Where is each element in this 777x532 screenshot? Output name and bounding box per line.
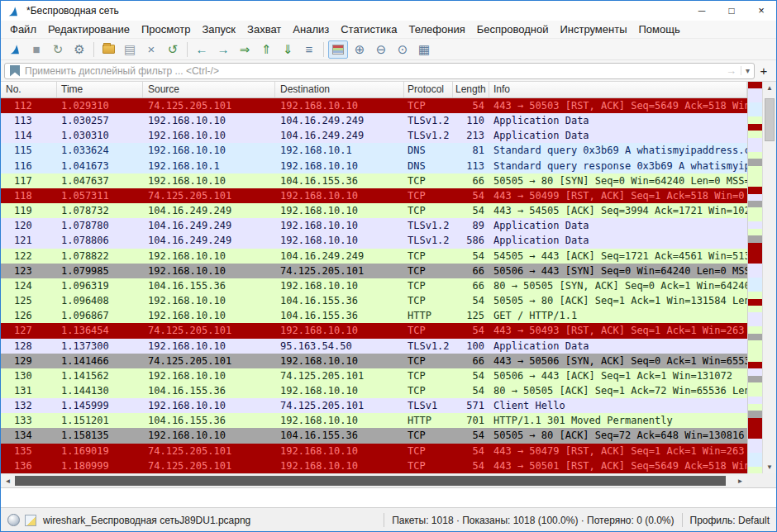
column-header-source[interactable]: Source (143, 82, 275, 97)
start-capture-icon[interactable] (5, 40, 25, 59)
go-to-packet-icon[interactable]: ⇒ (235, 40, 255, 59)
column-header-destination[interactable]: Destination (275, 82, 404, 97)
packet-row[interactable]: 1141.030310192.168.10.10104.16.249.249TL… (1, 128, 747, 143)
cell-length: 66 (453, 278, 489, 293)
go-last-icon[interactable]: ⇓ (278, 40, 298, 59)
filter-add-button[interactable]: + (755, 64, 773, 78)
packet-row[interactable]: 1291.14146674.125.205.101192.168.10.10TC… (1, 354, 747, 368)
packet-minimap[interactable] (747, 82, 762, 473)
vertical-scroll-thumb[interactable] (765, 98, 775, 141)
menu-tools[interactable]: Инструменты (554, 21, 632, 39)
go-forward-icon[interactable]: → (213, 40, 233, 59)
display-filter-input[interactable] (25, 65, 722, 77)
column-header-time[interactable]: Time (57, 82, 143, 97)
cell-source: 104.16.155.36 (143, 383, 275, 398)
packet-row[interactable]: 1171.047637192.168.10.10104.16.155.36TCP… (1, 173, 747, 188)
menu-statistics[interactable]: Статистика (335, 21, 403, 39)
horizontal-scroll-track[interactable] (15, 474, 733, 487)
packet-row[interactable]: 1331.151201104.16.155.36192.168.10.10HTT… (1, 413, 747, 428)
filter-bookmark-icon[interactable] (10, 65, 20, 77)
menu-file[interactable]: Файл (4, 21, 42, 39)
packet-row[interactable]: 1121.02931074.125.205.101192.168.10.10TC… (1, 98, 747, 113)
zoom-in-icon[interactable]: ⊕ (350, 40, 369, 59)
menu-view[interactable]: Просмотр (136, 21, 196, 39)
column-header-length[interactable]: Length (453, 82, 489, 97)
zoom-out-icon[interactable]: ⊖ (371, 40, 391, 59)
restart-capture-icon[interactable]: ↻ (48, 40, 68, 59)
filter-apply-icon[interactable]: → (726, 64, 736, 77)
cell-protocol: TCP (404, 383, 453, 398)
packet-row[interactable]: 1231.079985192.168.10.1074.125.205.101TC… (1, 264, 747, 278)
cell-destination: 192.168.10.10 (275, 203, 404, 218)
cell-no: 132 (1, 398, 57, 413)
open-file-icon[interactable] (98, 40, 118, 59)
cell-no: 125 (1, 293, 57, 308)
packet-row[interactable]: 1271.13645474.125.205.101192.168.10.10TC… (1, 323, 747, 338)
scroll-down-button[interactable]: ▼ (763, 461, 776, 473)
column-header-info[interactable]: Info (489, 82, 747, 97)
vertical-scrollbar[interactable]: ▲ ▼ (762, 82, 776, 473)
capture-comment-icon[interactable] (25, 515, 36, 526)
packet-row[interactable]: 1221.078822192.168.10.10104.16.249.249TC… (1, 249, 747, 264)
display-filter-box[interactable]: → ▾ (4, 63, 755, 79)
column-header-protocol[interactable]: Protocol (404, 82, 453, 97)
reload-file-icon[interactable]: ↺ (163, 40, 183, 59)
go-back-icon[interactable]: ← (192, 40, 212, 59)
vertical-scroll-track[interactable] (763, 94, 776, 461)
scroll-right-button[interactable]: ► (733, 477, 747, 485)
cell-source: 74.125.205.101 (143, 354, 275, 368)
packet-row[interactable]: 1321.145999192.168.10.1074.125.205.101TL… (1, 398, 747, 413)
packet-row[interactable]: 1281.137300192.168.10.1095.163.54.50TLSv… (1, 339, 747, 354)
stop-capture-icon[interactable]: ■ (26, 40, 46, 59)
cell-no: 113 (1, 113, 57, 128)
menu-analyze[interactable]: Анализ (287, 21, 335, 39)
profile-label[interactable]: Профиль: Default (690, 515, 770, 526)
packet-row[interactable]: 1201.078780104.16.249.249192.168.10.10TL… (1, 218, 747, 233)
cell-length: 110 (453, 113, 489, 128)
expert-info-icon[interactable] (7, 514, 20, 526)
packet-row[interactable]: 1151.033624192.168.10.10192.168.10.1DNS8… (1, 143, 747, 158)
column-header-no[interactable]: No. (1, 82, 57, 97)
cell-time: 1.078806 (57, 233, 143, 248)
packet-row[interactable]: 1311.144130104.16.155.36192.168.10.10TCP… (1, 383, 747, 398)
capture-options-icon[interactable]: ⚙ (69, 40, 89, 59)
packet-row[interactable]: 1131.030257192.168.10.10104.16.249.249TL… (1, 113, 747, 128)
zoom-normal-icon[interactable]: ⊙ (393, 40, 412, 59)
packet-row[interactable]: 1341.158135192.168.10.10104.16.155.36TCP… (1, 428, 747, 443)
save-file-icon[interactable]: ▤ (120, 40, 140, 59)
packet-row[interactable]: 1251.096408192.168.10.10104.16.155.36TCP… (1, 293, 747, 308)
minimap-stripe (748, 257, 762, 264)
packet-row[interactable]: 1191.078732104.16.249.249192.168.10.10TC… (1, 203, 747, 218)
horizontal-scrollbar[interactable]: ◄ ► (1, 473, 747, 487)
minimize-button[interactable]: ─ (687, 1, 717, 21)
packet-row[interactable]: 1361.18099974.125.205.101192.168.10.10TC… (1, 458, 747, 473)
menu-help[interactable]: Помощь (633, 21, 686, 39)
packet-row[interactable]: 1211.078806104.16.249.249192.168.10.10TL… (1, 233, 747, 248)
packet-row[interactable]: 1301.141562192.168.10.1074.125.205.101TC… (1, 368, 747, 383)
resize-columns-icon[interactable]: ▦ (414, 40, 434, 59)
menu-go[interactable]: Запуск (196, 21, 241, 39)
cell-length: 125 (453, 308, 489, 323)
cell-no: 126 (1, 308, 57, 323)
close-button[interactable]: × (746, 1, 776, 21)
menu-telephony[interactable]: Телефония (403, 21, 470, 39)
menu-wireless[interactable]: Беспроводной (471, 21, 555, 39)
autoscroll-icon[interactable]: ≡ (299, 40, 319, 59)
scroll-up-button[interactable]: ▲ (763, 82, 776, 94)
maximize-button[interactable]: □ (717, 1, 746, 21)
filter-dropdown-caret-icon[interactable]: ▾ (741, 66, 750, 75)
packet-row[interactable]: 1241.096319104.16.155.36192.168.10.10TCP… (1, 278, 747, 293)
scroll-left-button[interactable]: ◄ (1, 477, 15, 485)
packet-row[interactable]: 1351.16901974.125.205.101192.168.10.10TC… (1, 444, 747, 458)
colorize-icon[interactable] (328, 40, 348, 59)
go-first-icon[interactable]: ⇑ (256, 40, 276, 59)
minimap-stripe (748, 264, 762, 270)
cell-source: 74.125.205.101 (143, 98, 275, 113)
horizontal-scroll-thumb[interactable] (15, 476, 726, 486)
packet-row[interactable]: 1181.05731174.125.205.101192.168.10.10TC… (1, 188, 747, 203)
packet-row[interactable]: 1161.041673192.168.10.1192.168.10.10DNS1… (1, 159, 747, 173)
menu-edit[interactable]: Редактирование (42, 21, 136, 39)
close-file-icon[interactable]: × (141, 40, 161, 59)
packet-row[interactable]: 1261.096867192.168.10.10104.16.155.36HTT… (1, 308, 747, 323)
menu-capture[interactable]: Захват (241, 21, 287, 39)
